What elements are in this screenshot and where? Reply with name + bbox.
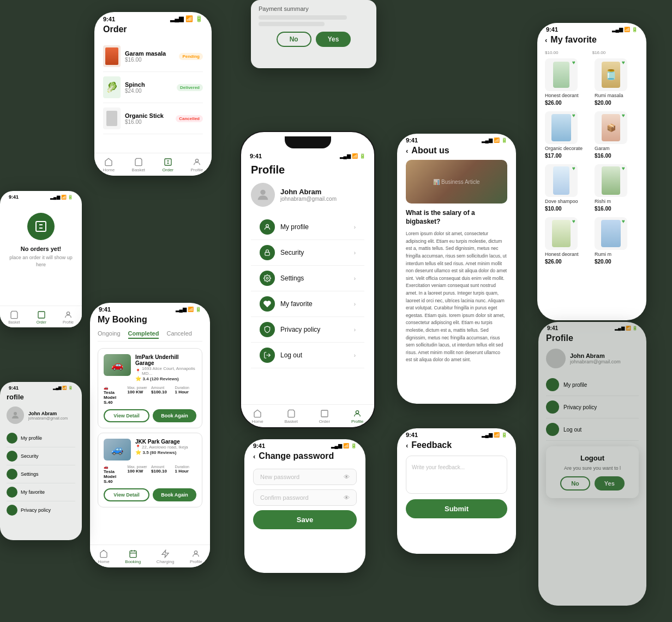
product-img-5: ♥	[545, 164, 578, 197]
phone-feedback: 9:41 ▂▄▆ 📶 🔋 ‹ Feedback Write your feedb…	[397, 428, 516, 554]
order-status-bar: 9:41 ▂▄▆📶🔋	[94, 12, 212, 25]
dialog-no-button[interactable]: No	[277, 32, 311, 47]
nav-profile-booking[interactable]: Profile	[190, 549, 202, 564]
menu-item-security[interactable]: Security ›	[251, 240, 364, 266]
partial-menu-label-myprofile: My profile	[563, 382, 587, 388]
menu-item-myprofile[interactable]: My profile ›	[251, 214, 364, 240]
nav-profile-order[interactable]: Profile	[191, 158, 203, 172]
password-back-btn[interactable]: ‹ Change password	[253, 451, 357, 461]
about-article-title: What is the salary of a bigbasket?	[406, 209, 507, 226]
nav-profile-profile[interactable]: Profile	[351, 409, 364, 424]
product-img-3: ♥	[545, 111, 578, 144]
favorite-back-btn[interactable]: ‹ My favorite	[545, 35, 639, 45]
nav-basket-profile[interactable]: Basket	[284, 409, 297, 424]
nav-order-order[interactable]: Order	[163, 158, 173, 172]
nav-charging-booking[interactable]: Charging	[157, 549, 174, 564]
favorite-product-7: ♥ Honest deorant $26.00	[545, 217, 589, 265]
product-img-7: ♥	[545, 217, 578, 250]
menu-item-favorite[interactable]: My favorite ›	[251, 291, 364, 317]
menu-label-security: Security	[280, 249, 354, 256]
partial-profile-title: Profile	[546, 333, 639, 343]
nav-home-order[interactable]: Home	[103, 158, 115, 172]
product-img-2: 🫙 ♥	[595, 58, 627, 91]
menu-label-favorite: My favorite	[280, 300, 354, 308]
order-title: Order	[103, 25, 203, 34]
menu-label-logout: Log out	[280, 351, 354, 359]
menu-label-privacy: Privacy policy	[280, 326, 354, 333]
garage-address-1: 📍1693 Alice Court, Annapolis MD...	[135, 366, 196, 376]
favorite-title: My favorite	[550, 35, 596, 45]
menu-item-privacy[interactable]: Privacy policy ›	[251, 317, 364, 343]
far-left-title: rofile	[7, 393, 75, 401]
favorite-product-1: ♥ Honest deorant $26.00	[545, 58, 589, 106]
order-item-spinach: 🥬 Spinch $24.00 Delivered	[103, 72, 203, 103]
order-badge-cancelled: Cancelled	[176, 115, 203, 122]
heart-badge-3: ♥	[572, 112, 575, 118]
no-orders-sub: place an order it will show up here	[5, 254, 76, 268]
new-password-field[interactable]: New password 👁	[253, 469, 357, 485]
garage-name-1: ImPark Underhill Garage	[135, 354, 196, 366]
menu-icon-lock	[260, 245, 275, 260]
favorite-product-grid: ♥ Honest deorant $26.00 🫙 ♥ Rumi masala …	[545, 58, 639, 265]
partial-menu-label-logout: Log out	[563, 427, 581, 433]
tab-canceled[interactable]: Canceled	[166, 330, 191, 339]
far-left-menu-1: My profile	[7, 429, 75, 447]
feedback-back-btn[interactable]: ‹ Feedback	[406, 440, 507, 450]
view-detail-btn-2[interactable]: View Detail	[104, 488, 149, 501]
product-price-7: $26.00	[545, 259, 562, 265]
favorite-product-8: ♥ Rumi m $20.00	[595, 217, 639, 265]
menu-item-logout[interactable]: Log out ›	[251, 343, 364, 368]
nav-profile-no-orders[interactable]: Profile	[63, 310, 74, 324]
svg-point-22	[14, 412, 17, 415]
phone-change-password: 9:41 ▂▄▆ 📶 🔋 ‹ Change password New passw…	[244, 439, 365, 573]
partial-menu-logout: Log out	[546, 418, 639, 441]
order-time: 9:41	[103, 16, 115, 22]
dialog-yes-button[interactable]: Yes	[316, 32, 351, 47]
menu-item-settings[interactable]: Settings ›	[251, 266, 364, 291]
book-again-btn-1[interactable]: Book Again	[153, 409, 196, 422]
eye-icon-1[interactable]: 👁	[344, 474, 350, 480]
feedback-submit-btn[interactable]: Submit	[406, 499, 507, 518]
nav-basket-no-orders[interactable]: Basket	[8, 310, 20, 324]
nav-home-booking[interactable]: Home	[98, 549, 109, 564]
svg-rect-16	[130, 551, 136, 558]
svg-rect-11	[265, 252, 269, 255]
far-left-user: John Abram johnabram@gmail.com	[7, 406, 75, 424]
about-back-btn[interactable]: ‹ About us	[406, 146, 507, 156]
book-again-btn-2[interactable]: Book Again	[153, 488, 196, 501]
phone-no-orders: 9:41 ▂▄▆ 📶 🔋 No orders yet! place an ord…	[0, 191, 82, 327]
favorite-time: 9:41	[546, 26, 558, 33]
partial-right-status: 9:41 ▂▄▆ 📶 🔋	[538, 322, 646, 333]
feedback-textarea[interactable]: Write your feedback...	[406, 456, 507, 494]
save-password-btn[interactable]: Save	[253, 510, 357, 529]
favorite-product-5: ♥ Dove shampoo $10.00	[545, 164, 589, 212]
tab-ongoing[interactable]: Ongoing	[98, 330, 121, 339]
booking-title: My Booking	[98, 315, 202, 325]
order-item-img-spinach: 🥬	[103, 76, 121, 98]
heart-badge-8: ♥	[622, 218, 625, 224]
no-orders-status: 9:41 ▂▄▆ 📶 🔋	[0, 191, 82, 202]
nav-home-profile[interactable]: Home	[251, 409, 263, 424]
partial-menu-label-privacy: Privacy policy	[563, 404, 597, 410]
menu-icon-shield	[260, 322, 275, 337]
partial-menu-myprofile: My profile	[546, 374, 639, 396]
garage-img-2: 🚙	[104, 439, 131, 460]
nav-order-profile[interactable]: Order	[319, 409, 330, 424]
menu-icon-gear	[260, 271, 275, 286]
logout-no-btn[interactable]: No	[560, 476, 590, 491]
product-price-3: $17.00	[545, 153, 562, 159]
logout-dialog: Logout Are you sure you want to l No Yes	[546, 446, 639, 498]
logout-dialog-title: Logout	[554, 454, 631, 462]
logout-yes-btn[interactable]: Yes	[595, 476, 625, 491]
confirm-password-field[interactable]: Confirm password 👁	[253, 489, 357, 506]
view-detail-btn-1[interactable]: View Detail	[104, 409, 149, 422]
order-item-img-garam	[103, 45, 121, 67]
nav-order-no-orders[interactable]: Order	[37, 310, 46, 324]
heart-badge-2: ♥	[622, 59, 625, 65]
nav-booking-booking[interactable]: Booking	[125, 549, 141, 564]
nav-basket-order[interactable]: Basket	[132, 158, 145, 172]
product-price-5: $10.00	[545, 206, 562, 212]
svg-point-9	[260, 190, 265, 195]
tab-completed[interactable]: Completed	[128, 330, 159, 339]
eye-icon-2[interactable]: 👁	[344, 494, 350, 501]
